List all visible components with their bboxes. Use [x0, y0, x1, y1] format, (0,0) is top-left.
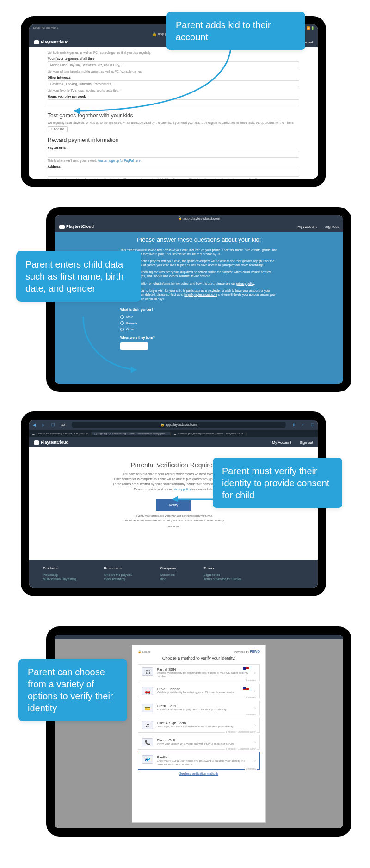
- chevron-right-icon: ›: [254, 740, 256, 745]
- tabs-icon[interactable]: ☐: [311, 423, 314, 427]
- method-driver-license[interactable]: 🚗Driver LicenseValidate your identity by…: [138, 684, 260, 698]
- input-address[interactable]: [48, 170, 299, 177]
- status-time: 12:05 PM Tue May 3: [33, 26, 58, 29]
- help-email-link[interactable]: help@playtestcloud.com: [184, 293, 217, 296]
- share-icon[interactable]: ⬆: [292, 423, 296, 427]
- nav-bar: PlaytestCloud My Account Sign out: [29, 437, 318, 447]
- method-time: 2 minutes: [245, 767, 257, 770]
- input-favorite-games[interactable]: [48, 61, 299, 68]
- footer-link[interactable]: Video recording: [104, 577, 133, 581]
- method-icon: 🚗: [142, 687, 153, 695]
- footer-link[interactable]: Legal notice: [204, 573, 241, 576]
- method-icon: ⬚: [142, 667, 153, 676]
- logo: PlaytestCloud: [34, 40, 68, 44]
- method-time: 2 minutes: [245, 696, 257, 699]
- method-time: 5 minutes: [245, 713, 257, 716]
- info-p5: If at any point you no longer wish for y…: [120, 288, 278, 301]
- method-desc: Validate your identity by entering the l…: [157, 672, 251, 678]
- logo: PlaytestCloud: [34, 440, 68, 445]
- nav-my-account[interactable]: My Account: [297, 225, 316, 229]
- method-paypal[interactable]: PPPayPalEnter your PayPal user name and …: [138, 752, 260, 769]
- chevron-right-icon: ›: [254, 689, 256, 693]
- not-now-link[interactable]: not now: [66, 525, 281, 528]
- cloud-icon: [34, 40, 39, 44]
- radio-female[interactable]: Female: [120, 321, 278, 326]
- secure-label: 🔒 Secure: [138, 650, 151, 653]
- method-name: Print & Sign Form: [157, 721, 251, 725]
- chevron-right-icon: ›: [254, 706, 256, 710]
- add-kid-button[interactable]: + Add kid: [48, 126, 68, 132]
- label-hours: Hours you play per week: [48, 95, 299, 98]
- footer-h-terms: Terms: [204, 566, 241, 570]
- footer-link[interactable]: Customers: [160, 573, 176, 576]
- paypal-signup-link[interactable]: You can sign up for PayPal here.: [98, 159, 141, 162]
- radio-male[interactable]: Male: [120, 315, 278, 319]
- method-partial-ssn[interactable]: ⬚Partial SSNValidate your identity by en…: [138, 664, 260, 681]
- privacy-policy-link[interactable]: privacy policy: [236, 282, 254, 285]
- powered-by: Powered By PRIVO: [234, 650, 260, 653]
- chevron-right-icon: ›: [254, 723, 256, 727]
- footer-link[interactable]: Who are the players?: [104, 573, 133, 576]
- method-icon: 💳: [142, 704, 153, 712]
- help-address: We only need your address for our intern…: [48, 178, 299, 179]
- privo-logo: PRIVO: [250, 650, 260, 653]
- help-fav: List your all-time favorite mobile games…: [48, 70, 299, 73]
- input-other-interests[interactable]: [48, 80, 299, 87]
- url-bar: [55, 635, 343, 639]
- address-bar[interactable]: 🔒 app.playtestcloud.com: [72, 422, 286, 428]
- footer-link[interactable]: Terms of Service for Studios: [204, 577, 241, 581]
- section-test-with-kids: Test games together with your kids: [48, 112, 299, 119]
- method-print-sign-form[interactable]: 🖨Print & Sign FormPrint, sign, and send …: [138, 718, 260, 733]
- input-paypal[interactable]: [48, 151, 299, 158]
- method-credit-card[interactable]: 💳Credit CardProcess a reversible $1 paym…: [138, 701, 260, 715]
- browser-toolbar: ◀ ▶ ☐ AA 🔒 app.playtestcloud.com ⬆ + ☐: [29, 420, 318, 430]
- tab-1[interactable]: ☁Thanks for becoming a tester - Playtest…: [29, 432, 92, 435]
- tab-3[interactable]: ☁Remote playtesting for mobile games - P…: [171, 432, 246, 435]
- method-name: PayPal: [157, 755, 251, 759]
- verification-modal: 🔒 Secure Powered By PRIVO Choose a metho…: [132, 645, 266, 823]
- radio-other[interactable]: Other: [120, 327, 278, 332]
- method-desc: Validate your identity by entering your …: [157, 691, 251, 694]
- new-tab-icon[interactable]: +: [302, 423, 304, 427]
- callout-verify-options: Parent can choose from a variety of opti…: [18, 659, 127, 721]
- method-time: 5 minutes + 1 business days*: [225, 747, 257, 750]
- v-sub1: To verify your profile, we work with our…: [66, 514, 281, 517]
- logo: PlaytestCloud: [59, 224, 94, 229]
- back-icon[interactable]: ◀: [33, 423, 36, 427]
- url-bar: 🔒 app.playtestcloud.com: [55, 215, 343, 221]
- method-icon: PP: [142, 755, 153, 764]
- privacy-policy-link[interactable]: privacy policy: [173, 488, 191, 491]
- footer: ProductsPlaytestingMulti-session Playtes…: [29, 560, 318, 588]
- input-birthdate[interactable]: [120, 342, 148, 350]
- forward-icon[interactable]: ▶: [42, 423, 45, 427]
- help-other: List your favorite TV shows, movies, spo…: [48, 89, 299, 92]
- tab-2[interactable]: ☐signing up: Playtesting tutorial - mama…: [92, 432, 171, 435]
- see-less-link[interactable]: See less verification methods: [138, 772, 260, 775]
- method-desc: Process a reversible $1 payment to valid…: [157, 708, 251, 711]
- verify-button[interactable]: Verify: [156, 499, 191, 511]
- footer-link[interactable]: Playtesting: [43, 573, 76, 576]
- text-size-icon[interactable]: AA: [61, 423, 65, 427]
- help-paypal: This is where we'll send your reward. Yo…: [48, 159, 299, 162]
- method-desc: Enter your PayPal user name and password…: [157, 759, 251, 766]
- nav-my-account[interactable]: My Account: [272, 440, 291, 445]
- help-text: List both mobile games as well as PC / c…: [48, 51, 299, 54]
- input-hours[interactable]: [48, 99, 299, 106]
- nav-sign-out[interactable]: Sign out: [325, 225, 339, 229]
- label-favorite-games: Your favorite games of all time: [48, 57, 299, 60]
- info-p3: The gameplay recording contains everythi…: [120, 270, 278, 278]
- kid-form-title: Please answer these questions about your…: [82, 236, 315, 243]
- label-paypal: Paypal email: [48, 146, 299, 149]
- label-female: Female: [126, 321, 137, 326]
- method-phone-call[interactable]: 📞Phone CallVerify your identity on a voi…: [138, 735, 260, 750]
- info-p1: This means you will have a few details o…: [120, 248, 278, 256]
- nav-sign-out[interactable]: Sign out: [300, 440, 313, 445]
- footer-link[interactable]: Blog: [160, 577, 176, 581]
- sidebar-icon[interactable]: ☐: [51, 423, 55, 427]
- label-other-interests: Other interests: [48, 76, 299, 79]
- v-sub2: Your name, email, birth date and country…: [66, 519, 281, 522]
- kids-desc: We regularly have playtests for kids up …: [48, 121, 299, 124]
- cloud-icon: ☁: [173, 432, 176, 435]
- method-name: Phone Call: [157, 738, 251, 742]
- footer-link[interactable]: Multi-session Playtesting: [43, 577, 76, 581]
